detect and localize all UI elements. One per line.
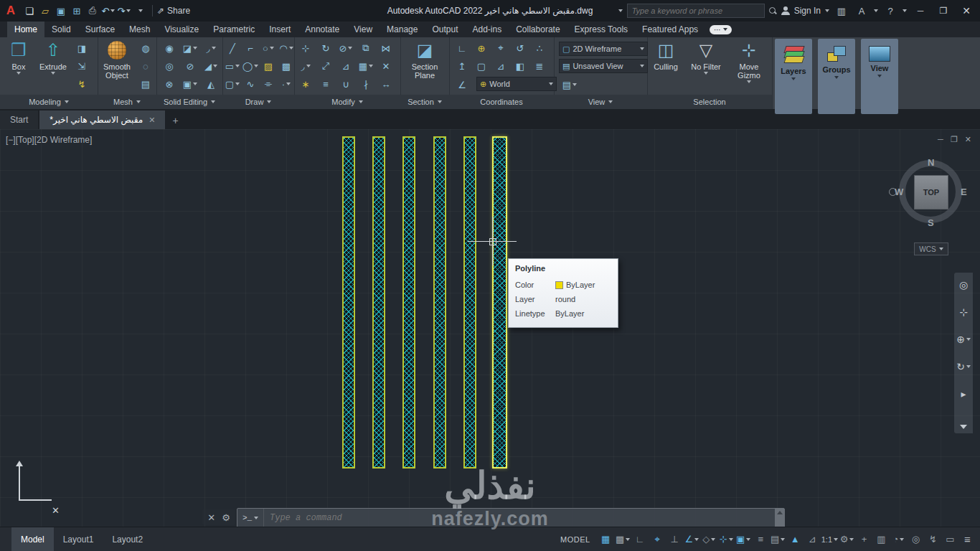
ucs-world-icon[interactable]: ⊕ — [473, 39, 490, 57]
ucs-named-icon[interactable]: ≣ — [531, 57, 548, 75]
wcs-dropdown[interactable]: WCS — [914, 242, 948, 255]
hatch-column[interactable] — [372, 136, 385, 468]
ucs-previous-icon[interactable]: ↺ — [512, 39, 529, 57]
chevron-down-icon[interactable] — [903, 9, 907, 12]
viewport-close-icon[interactable]: ✕ — [965, 135, 971, 144]
showmotion-icon[interactable]: ▸ — [956, 386, 971, 402]
viewcube[interactable]: N W E S TOP — [893, 154, 968, 229]
restore-button[interactable]: ❐ — [934, 3, 953, 19]
scale-icon[interactable]: ⊿ — [337, 57, 354, 75]
app-store-cart-icon[interactable]: ▥ — [834, 3, 849, 19]
polyline-icon[interactable]: ⌐ — [242, 39, 259, 57]
offset-icon[interactable]: ≡ — [317, 75, 334, 93]
stretch-icon[interactable]: ⤢ — [317, 57, 334, 75]
ortho-mode-icon[interactable]: ⊥ — [666, 532, 683, 547]
ribbon-tab[interactable]: Visualize — [157, 22, 206, 37]
fillet-edge-icon[interactable]: ◞ — [201, 39, 221, 57]
hatch-column[interactable] — [492, 136, 507, 468]
break-icon[interactable]: ∤ — [357, 75, 374, 93]
panel-title-section[interactable]: Section — [400, 95, 449, 109]
graphics-performance-icon[interactable]: ↯ — [925, 532, 941, 547]
gradient-icon[interactable]: ▩ — [278, 57, 295, 75]
tab-layout1[interactable]: Layout1 — [54, 527, 103, 551]
zoom-extents-icon[interactable]: ⊕ — [956, 331, 971, 347]
solid-intersect-icon[interactable]: ⊗ — [159, 75, 179, 93]
ucs-z-axis-icon[interactable]: ↥ — [453, 57, 471, 75]
quick-properties-icon[interactable]: ▥ — [873, 532, 890, 547]
presspull-icon[interactable]: ⇲ — [73, 57, 90, 75]
command-input[interactable] — [264, 513, 775, 523]
viewport-restore-icon[interactable]: ❐ — [951, 135, 958, 144]
shell-icon[interactable]: ▣ — [180, 75, 200, 93]
join-icon[interactable]: ∪ — [337, 75, 354, 93]
panel-title-modify[interactable]: Modify — [294, 95, 400, 109]
smooth-more-icon[interactable]: ◍ — [137, 39, 154, 57]
plot-icon[interactable]: ⎙ — [85, 3, 100, 19]
ellipse-icon[interactable]: ◯ — [242, 57, 259, 75]
slice-icon[interactable]: ◪ — [180, 39, 200, 57]
spline-icon[interactable]: ∿ — [242, 75, 259, 93]
search-input[interactable] — [631, 6, 761, 16]
fillet-icon[interactable]: ◞ — [297, 57, 314, 75]
command-prompt-button[interactable]: >_ — [237, 509, 264, 527]
share-button[interactable]: ⇗ Share — [157, 6, 190, 16]
search-icon[interactable] — [769, 7, 777, 15]
customization-icon[interactable]: ≡ — [959, 532, 976, 547]
hatch-column[interactable] — [402, 136, 415, 468]
annotation-monitor-icon[interactable]: + — [856, 532, 872, 547]
ucs-view-icon[interactable]: ▢ — [473, 57, 490, 75]
interfere-icon[interactable]: ⊘ — [180, 57, 200, 75]
line-icon[interactable]: ╱ — [224, 39, 241, 57]
ucs-3point-icon[interactable]: ∴ — [531, 39, 548, 57]
model-space-button[interactable]: MODEL — [554, 535, 597, 544]
ucs-dropdown[interactable]: ⊕ World — [476, 77, 557, 91]
ribbon-tab[interactable]: Annotate — [298, 22, 347, 37]
pan-icon[interactable]: ⊹ — [956, 304, 971, 320]
customize-wrench-icon[interactable]: ⚙ — [222, 512, 230, 523]
panel-title-draw[interactable]: Draw — [222, 95, 294, 109]
tab-model[interactable]: Model — [11, 527, 54, 551]
panel-layers[interactable]: Layers — [775, 39, 812, 114]
undo-icon[interactable]: ↶ — [100, 3, 116, 19]
full-navigation-wheel-icon[interactable]: ◎ — [956, 277, 971, 293]
close-tab-icon[interactable]: ✕ — [149, 116, 155, 125]
ribbon-tab[interactable]: Mesh — [122, 22, 157, 37]
save-as-icon[interactable]: ⊞ — [69, 3, 85, 19]
isolate-objects-icon[interactable]: ◎ — [908, 532, 924, 547]
grid-icon[interactable]: ▦ — [598, 532, 614, 547]
panel-title-coordinates[interactable]: Coordinates — [449, 95, 554, 109]
ucs-icon[interactable]: ∟ — [453, 39, 471, 57]
mirror-icon[interactable]: ⋈ — [377, 39, 395, 57]
new-layout-button[interactable] — [152, 527, 171, 551]
isodraft-icon[interactable]: ◇ — [701, 532, 717, 547]
qat-customize-icon[interactable] — [132, 3, 148, 19]
panel-title-mesh[interactable]: Mesh — [98, 95, 156, 109]
copy-icon[interactable]: ⧉ — [357, 39, 374, 57]
panel-groups[interactable]: Groups — [818, 39, 855, 114]
ribbon-tab[interactable]: Add-ins — [466, 22, 509, 37]
mesh-refine-icon[interactable]: ▤ — [137, 75, 154, 93]
point-icon[interactable]: ∙ — [278, 75, 295, 93]
clean-screen-icon[interactable]: ▭ — [942, 532, 958, 547]
move-icon[interactable]: ⊹ — [297, 39, 314, 57]
helix-icon[interactable]: ↯ — [73, 75, 90, 93]
panel-title-modeling[interactable]: Modeling — [0, 95, 98, 109]
new-icon[interactable]: ❏ — [22, 3, 37, 19]
open-icon[interactable]: ▱ — [37, 3, 53, 19]
autoscale-icon[interactable]: ⊿ — [804, 532, 821, 547]
hatch-icon[interactable]: ▨ — [260, 57, 277, 75]
new-tab-button[interactable]: + — [172, 116, 178, 126]
selection-cycling-icon[interactable]: ▤ — [770, 532, 786, 547]
named-view-dropdown[interactable]: ▤ Unsaved View — [559, 59, 648, 73]
close-command-icon[interactable]: ✕ — [207, 512, 215, 523]
ribbon-tab[interactable]: Parametric — [206, 22, 262, 37]
panel-title-view[interactable]: View — [554, 95, 647, 109]
autodesk-a-icon[interactable]: A — [854, 3, 870, 19]
polysolid-icon[interactable]: ◨ — [73, 39, 90, 57]
panel-title-selection[interactable]: Selection — [647, 95, 772, 109]
boundary-icon[interactable]: ▢ — [224, 75, 241, 93]
workspace-gear-icon[interactable]: ⚙ — [839, 532, 855, 547]
lengthen-icon[interactable]: ↔ — [377, 75, 395, 93]
viewcube-east[interactable]: E — [961, 187, 967, 197]
sign-in-button[interactable]: Sign In — [794, 6, 821, 16]
